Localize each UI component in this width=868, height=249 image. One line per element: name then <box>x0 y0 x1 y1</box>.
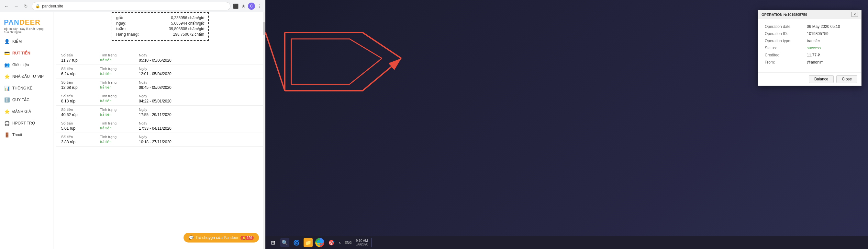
browser-actions: ⬛ ★ C ⋮ <box>232 3 263 10</box>
sidebar-item-thoat[interactable]: 🚪 Thoát <box>0 129 53 141</box>
dialog-from-row: From: @anonim <box>765 60 855 64</box>
url-bar[interactable]: 🔒 pandeer.site <box>32 2 230 10</box>
operation-dialog: OPERATION №1019805759 ✕ Operation date: … <box>758 10 862 86</box>
main-content: giờ: 0,235956 chấm/giờ ngày: 5,686944 ch… <box>53 12 266 249</box>
sidebar-item-danh-gia[interactable]: ⭐ ĐÁNH GIÁ <box>0 106 53 117</box>
table-row: Số tiền Tình trạng Ngày 3,88 rúp trả tiề… <box>56 133 263 146</box>
dialog-status-row: Status: success <box>765 46 855 50</box>
browser-content: PANDEER Độ tin cậy - Đây là chất lượng c… <box>0 12 266 249</box>
table-row: Số tiền Tình trạng Ngày 6,24 rúp trả tiề… <box>56 65 263 79</box>
scrollbar-thumb[interactable] <box>263 22 266 35</box>
sidebar-label-thoat: Thoát <box>12 133 22 137</box>
sidebar-label-kiem: KIỂM <box>12 39 22 44</box>
tooltip-ngay-row: ngày: 5,686944 chấm/giờ <box>116 21 204 26</box>
screenshot-icon[interactable]: ⬛ <box>232 3 239 9</box>
dialog-operation-id-value: 1019805759 <box>807 31 829 36</box>
dialog-from-label: From: <box>765 60 807 64</box>
tooltip-ngay-label: ngày: <box>116 21 127 26</box>
table-row: Số tiền Tình trạng Ngày 5,01 rúp trả tiề… <box>56 119 263 133</box>
dialog-operation-type-row: Operation type: transfer <box>765 38 855 43</box>
row5-amount: 40,62 rúp <box>61 112 100 117</box>
chat-label: Trò chuyện của Pandeer <box>195 236 239 240</box>
col-header-amount: Số tiền <box>61 53 100 57</box>
row1-status: trả tiền <box>100 58 139 62</box>
sidebar-item-nha-dau-tu[interactable]: ⭐ NHÀ ĐẦU TƯ VIP <box>0 71 53 82</box>
row3-date: 09:45 - 05/03/2020 <box>139 85 258 90</box>
col-header-date-2: Ngày <box>139 67 258 71</box>
browser-panel: ← → ↻ 🔒 pandeer.site ⬛ ★ C ⋮ PANDEER Độ … <box>0 0 266 249</box>
bookmark-icon[interactable]: ★ <box>240 3 247 9</box>
taskbar-search-icon[interactable]: 🔍 <box>280 238 289 247</box>
url-text: pandeer.site <box>42 4 63 8</box>
tooltip-ngay-value: 5,686944 chấm/giờ <box>171 21 204 26</box>
chat-icon: 💬 <box>189 236 193 240</box>
row3-amount: 12,68 rúp <box>61 85 100 90</box>
table-row: Số tiền Tình trạng Ngày 40,62 rúp trả ti… <box>56 106 263 119</box>
desktop-panel: OPERATION №1019805759 ✕ Operation date: … <box>266 0 868 249</box>
table-row: Số tiền Tình trạng Ngày 8,18 rúp trả tiề… <box>56 92 263 106</box>
col-header-date: Ngày <box>139 53 258 57</box>
menu-icon[interactable]: ⋮ <box>256 3 263 9</box>
sidebar-item-rut-tien[interactable]: 💳 RÚT TIỀN <box>0 47 53 59</box>
nav-refresh-button[interactable]: ↻ <box>22 2 30 10</box>
dialog-close-x-button[interactable]: ✕ <box>851 12 858 17</box>
sidebar-label-thong-ke: THỐNG KÊ <box>12 86 32 90</box>
tooltip-hang-thang-value: 198,750672 chấm <box>173 32 204 37</box>
sidebar-label-gioi-thieu: Giới thiệu <box>12 62 29 67</box>
row6-date: 17:33 - 04/11/2020 <box>139 126 258 131</box>
profile-icon[interactable]: C <box>248 3 255 10</box>
sidebar-item-thong-ke[interactable]: 📊 THỐNG KÊ <box>0 82 53 94</box>
row1-amount: 11,77 rúp <box>61 58 100 62</box>
taskbar-files-icon[interactable]: 📁 <box>304 238 313 247</box>
taskbar-chrome-icon[interactable]: 🌐 <box>315 238 324 247</box>
sidebar-label-rut-tien: RÚT TIỀN <box>12 51 30 55</box>
desktop-red-arrows <box>266 13 492 104</box>
chat-button[interactable]: 💬 Trò chuyện của Pandeer 🔔 129 <box>184 233 259 243</box>
tooltip-gio-value: 0,235956 chấm/giờ <box>171 16 204 20</box>
taskbar-app-icon[interactable]: 🎯 <box>327 238 336 247</box>
dialog-credited-value: 11.77 ₽ <box>807 53 820 57</box>
tooltip-tuan-label: tuần: <box>116 27 126 31</box>
headphone-icon: 🎧 <box>4 120 10 126</box>
taskbar-tray: ∧ ENG 9:10 AM 5/6/2020 <box>339 238 372 247</box>
taskbar-cortana-icon[interactable]: 🌀 <box>292 238 301 247</box>
taskbar-chevron: ∧ <box>339 241 341 245</box>
dialog-operation-id-row: Operation ID: 1019805759 <box>765 31 855 36</box>
sidebar-item-hport-tro[interactable]: 🎧 HPORT TRỢ <box>0 117 53 129</box>
sidebar-item-gioi-thieu[interactable]: 👥 Giới thiệu <box>0 59 53 71</box>
col-header-amount-2: Số tiền <box>61 67 100 71</box>
row6-status: trả tiền <box>100 126 139 131</box>
tooltip-tuan-value: 39,808508 chấm/giờ <box>169 27 204 31</box>
taskbar-time: 9:10 AM <box>356 239 368 243</box>
scrollbar[interactable] <box>263 12 266 249</box>
dialog-operation-type-label: Operation type: <box>765 38 807 43</box>
nav-forward-button[interactable]: → <box>12 2 20 10</box>
dialog-operation-date-label: Operation date: <box>765 24 807 29</box>
row4-date: 04:22 - 05/01/2020 <box>139 99 258 104</box>
dialog-operation-date-value: 06 May 2020 05:10 <box>807 24 840 29</box>
taskbar-show-desktop[interactable] <box>371 238 372 247</box>
sidebar-label-nha-dau-tu: NHÀ ĐẦU TƯ VIP <box>12 74 44 79</box>
row2-status: trả tiền <box>100 72 139 76</box>
dialog-operation-type-value: transfer <box>807 38 820 43</box>
tooltip-overlay: giờ: 0,235956 chấm/giờ ngày: 5,686944 ch… <box>112 12 209 41</box>
tooltip-gio-label: giờ: <box>116 16 123 20</box>
lock-icon: 🔒 <box>35 4 40 8</box>
nav-back-button[interactable]: ← <box>3 2 10 10</box>
taskbar-lang: ENG <box>345 241 352 245</box>
tooltip-gio-row: giờ: 0,235956 chấm/giờ <box>116 16 204 20</box>
group-icon: 👥 <box>4 62 10 68</box>
sidebar-item-kiem[interactable]: 👤 KIỂM <box>0 36 53 47</box>
row7-amount: 3,88 rúp <box>61 140 100 144</box>
tooltip-tuan-row: tuần: 39,808508 chấm/giờ <box>116 27 204 31</box>
star-icon: ⭐ <box>4 109 10 114</box>
sidebar-item-quy-tac[interactable]: ℹ️ QUY TẮC <box>0 94 53 106</box>
user-icon: 👤 <box>4 38 10 45</box>
start-button[interactable]: ⊞ <box>268 238 278 247</box>
dialog-titlebar: OPERATION №1019805759 ✕ <box>758 10 861 19</box>
logo: PANDEER <box>4 18 49 27</box>
row2-amount: 6,24 rúp <box>61 72 100 76</box>
dialog-operation-id-label: Operation ID: <box>765 31 807 36</box>
balance-button[interactable]: Balance <box>809 75 834 83</box>
close-button[interactable]: Close <box>836 75 857 83</box>
